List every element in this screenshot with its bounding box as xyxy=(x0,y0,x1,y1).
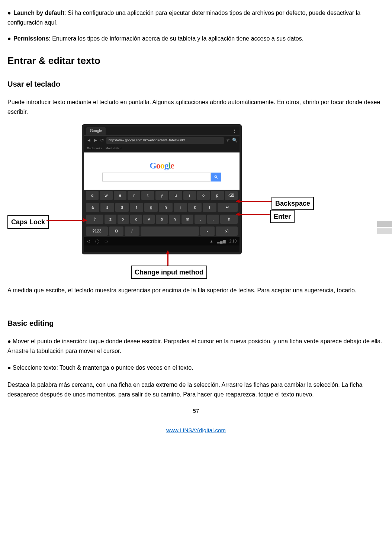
fav-2: Most visited xyxy=(106,146,121,151)
bullet-permissions: ● Permissions: Enumera los tipos de info… xyxy=(7,34,385,44)
key-r: r xyxy=(128,191,140,200)
key-i: i xyxy=(183,191,196,200)
page-number: 57 xyxy=(7,407,385,415)
nav-home-icon: ◯ xyxy=(95,238,99,244)
browser-tab-row: Google ⋮ xyxy=(84,126,240,136)
google-search-button xyxy=(211,173,221,181)
key-shift: ⇧ xyxy=(86,215,103,224)
key-c: c xyxy=(130,215,142,224)
wifi-icon: ▂▄▆ xyxy=(217,238,225,244)
key-period: . xyxy=(207,215,219,224)
key-l: l xyxy=(203,203,216,212)
key-a: a xyxy=(86,203,99,212)
key-u: u xyxy=(169,191,182,200)
paragraph-highlight: Destaca la palabra más cercana, con una … xyxy=(7,380,385,399)
kb-row-1: q w e r t y u i o p ⌫ xyxy=(84,190,240,202)
key-o: o xyxy=(197,191,210,200)
kb-row-4: ?123 ⚙ / - :-) xyxy=(84,225,240,237)
key-e: e xyxy=(114,191,126,200)
callout-backspace: Backspace xyxy=(271,197,314,211)
google-search-box xyxy=(102,173,211,181)
permissions-label: Permissions xyxy=(13,35,49,42)
key-comma: , xyxy=(195,215,206,224)
key-settings-icon: ⚙ xyxy=(109,227,123,236)
key-m: m xyxy=(181,215,193,224)
heading-enter-edit: Entrar & editar texto xyxy=(7,53,385,69)
url-bar: http://www.google.com.hk/webhp?client=ta… xyxy=(106,137,224,144)
star-icon: ☆ xyxy=(225,137,231,144)
status-time: 2:10 xyxy=(229,238,237,244)
key-123: ?123 xyxy=(86,227,108,236)
heading-basic-editing: Basic editing xyxy=(7,317,385,329)
nav-back-icon: ◁ xyxy=(87,238,90,244)
key-v: v xyxy=(143,215,155,224)
key-j: j xyxy=(174,203,187,212)
system-navbar: ◁ ◯ ▭ ▲ ▂▄▆ 2:10 xyxy=(84,237,240,245)
key-y: y xyxy=(155,191,168,200)
nav-notify-icon: ▲ xyxy=(210,238,213,244)
kb-row-2: a s d f g h j k l ↵ xyxy=(84,202,240,213)
key-dash: - xyxy=(200,227,215,236)
arrow-enter xyxy=(236,214,270,215)
key-g: g xyxy=(144,203,158,212)
key-p: p xyxy=(211,191,224,200)
side-placeholder xyxy=(377,221,392,234)
arrow-change xyxy=(167,251,168,266)
key-z: z xyxy=(105,215,116,224)
callout-change-input: Change input method xyxy=(131,266,207,279)
footer: www.LINSAYdigital.com xyxy=(7,426,385,435)
onscreen-keyboard: q w e r t y u i o p ⌫ a s d f g h j k xyxy=(84,190,240,237)
fav-1: Bookmarks xyxy=(87,146,102,151)
paragraph-suggestions: A medida que escribe, el teclado muestra… xyxy=(7,286,385,295)
back-icon: ◄ xyxy=(86,137,91,144)
key-enter: ↵ xyxy=(218,203,238,212)
key-n: n xyxy=(169,215,181,224)
callout-caps-lock: Caps Lock xyxy=(7,215,49,229)
heading-use-keyboard: Usar el teclado xyxy=(7,78,385,90)
key-slash: / xyxy=(125,227,139,236)
nav-recent-icon: ▭ xyxy=(105,238,108,244)
reload-icon: ⟳ xyxy=(100,137,105,144)
keyboard-figure: Google ⋮ ◄ ► ⟳ http://www.google.com.hk/… xyxy=(7,124,385,280)
webpage-area: Google xyxy=(84,152,240,190)
url-row: ◄ ► ⟳ http://www.google.com.hk/webhp?cli… xyxy=(84,136,240,145)
launch-label: Launch by default xyxy=(13,10,64,16)
arrow-caps xyxy=(46,220,87,221)
key-smiley: :-) xyxy=(216,227,238,236)
paragraph-select-text: ● Seleccione texto: Touch & mantenga o p… xyxy=(7,363,385,373)
key-q: q xyxy=(86,191,99,200)
paragraph-intro-keyboard: Puede introducir texto mediante el tecla… xyxy=(7,97,385,116)
footer-link[interactable]: www.LINSAYdigital.com xyxy=(166,427,226,433)
key-b: b xyxy=(156,215,168,224)
forward-icon: ► xyxy=(93,137,98,144)
arrow-backspace xyxy=(236,201,271,202)
key-h: h xyxy=(159,203,172,212)
key-space xyxy=(141,227,199,236)
key-k: k xyxy=(188,203,202,212)
overflow-icon: ⋮ xyxy=(232,126,237,135)
tablet-screenshot: Google ⋮ ◄ ► ⟳ http://www.google.com.hk/… xyxy=(82,124,242,254)
key-shift-right: ⇧ xyxy=(220,215,238,224)
key-f: f xyxy=(130,203,143,212)
key-t: t xyxy=(141,191,154,200)
callout-enter: Enter xyxy=(270,210,295,224)
google-logo: Google xyxy=(150,158,174,173)
key-d: d xyxy=(115,203,129,212)
bookmark-row: Bookmarks Most visited xyxy=(84,145,240,152)
bullet-launch: ● Launch by default: Si ha configurado u… xyxy=(7,8,385,27)
key-s: s xyxy=(100,203,114,212)
key-x: x xyxy=(118,215,129,224)
search-icon: 🔍 xyxy=(232,137,237,144)
google-search xyxy=(102,173,221,181)
paragraph-move-cursor: ● Mover el punto de inserción: toque don… xyxy=(7,337,385,356)
kb-row-3: ⇧ z x c v b n m , . ⇧ xyxy=(84,213,240,225)
permissions-text: : Enumera los tipos de información acerc… xyxy=(49,35,303,42)
browser-tab: Google xyxy=(86,127,106,135)
key-w: w xyxy=(100,191,112,200)
